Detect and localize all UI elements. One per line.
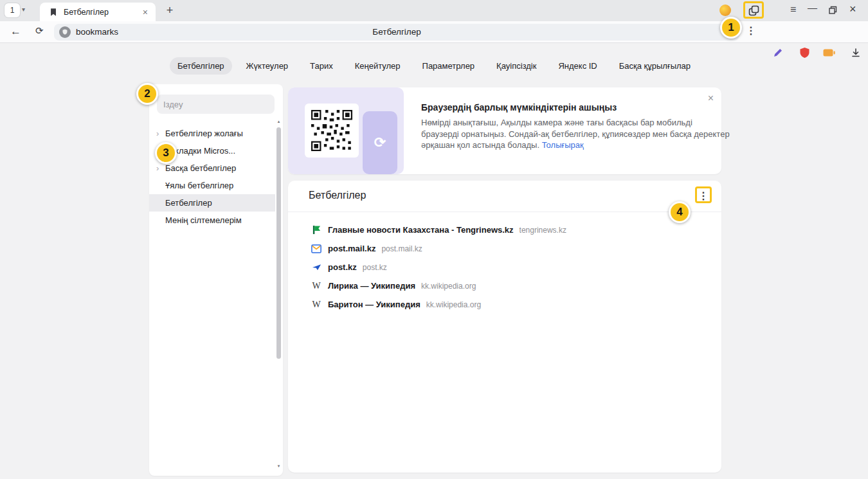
bookmarks-tree: › Бетбелгілер жолағы › Закладки Micros..… xyxy=(149,125,275,229)
wikipedia-favicon: W xyxy=(311,281,321,291)
scroll-up-icon[interactable]: ▲ xyxy=(276,120,282,123)
annotation-highlight-box-1 xyxy=(743,1,764,19)
bookmark-title: post.kz xyxy=(328,262,357,272)
bookmark-url: kk.wikipedia.org xyxy=(426,300,481,309)
tree-item-label: Басқа бетбелгілер xyxy=(165,163,236,173)
nav-tab-settings[interactable]: Параметрлер xyxy=(415,57,483,75)
downloads-icon[interactable] xyxy=(851,48,861,58)
search-input[interactable] xyxy=(157,95,275,114)
tree-item-bookmarks[interactable]: Бетбелгілер xyxy=(149,194,275,212)
browser-window: 1 ▾ Бетбелгілер × + ≡ — × ← ⟳ xyxy=(0,0,868,479)
bookmark-icon xyxy=(49,8,58,17)
sync-icon: ⟳ xyxy=(374,134,386,151)
browser-menu-icon[interactable]: ≡ xyxy=(790,4,796,15)
bookmark-title: post.mail.kz xyxy=(328,244,375,253)
bookmarks-list: Главные новости Казахстана - Tengrinews.… xyxy=(288,221,721,314)
bookmark-row-tengrinews[interactable]: Главные новости Казахстана - Tengrinews.… xyxy=(288,221,721,239)
chevron-right-icon[interactable]: › xyxy=(156,125,159,142)
annotation-marker-1: 1 xyxy=(720,17,742,39)
banner-more-link[interactable]: Толығырақ xyxy=(542,140,584,150)
phone-illustration: ⟳ xyxy=(363,111,397,174)
tree-item-label: Бетбелгілер xyxy=(165,198,212,208)
battery-icon[interactable] xyxy=(823,49,835,57)
bookmark-url: tengrinews.kz xyxy=(520,226,566,235)
qr-code xyxy=(305,104,359,158)
annotation-marker-3: 3 xyxy=(155,142,177,164)
banner-body: Нөмірді анықтағыш, Ақылды камера және та… xyxy=(421,117,730,151)
toolbar-more-icon[interactable]: ⋮ xyxy=(746,24,756,37)
banner-title: Браузердің барлық мүмкіндіктерін ашыңыз xyxy=(421,102,617,113)
refresh-icon[interactable]: ⟳ xyxy=(35,25,44,37)
nav-tab-downloads[interactable]: Жүктеулер xyxy=(239,57,296,75)
tab-bar: 1 ▾ Бетбелгілер × + ≡ — × xyxy=(0,0,868,21)
wikipedia-favicon: W xyxy=(311,300,321,310)
back-icon[interactable]: ← xyxy=(10,25,21,38)
bookmark-title: Главные новости Казахстана - Tengrinews.… xyxy=(328,225,514,235)
bookmarks-panel: Бетбелгілер ⋮ Главные новости Казахстана… xyxy=(288,181,721,473)
close-window-icon[interactable]: × xyxy=(849,3,856,16)
minimize-window-icon[interactable]: — xyxy=(808,2,817,13)
mobile-promo-banner: ⟳ × Браузердің барлық мүмкіндіктерін ашы… xyxy=(288,87,721,174)
bookmark-row-lirika[interactable]: W Лирика — Уикипедия kk.wikipedia.org xyxy=(288,276,721,295)
tab-close-icon[interactable]: × xyxy=(141,7,149,17)
tab-counter-button[interactable]: 1 xyxy=(5,3,20,17)
bookmark-row-post-kz[interactable]: post.kz post.kz xyxy=(288,258,721,276)
bookmark-title: Лирика — Уикипедия xyxy=(328,281,415,291)
alice-icon[interactable] xyxy=(719,5,731,16)
bookmarks-panel-title: Бетбелгілер xyxy=(309,190,366,201)
nav-tab-other-devices[interactable]: Басқа құрылғылар xyxy=(611,57,698,75)
scroll-down-icon[interactable]: ▼ xyxy=(276,464,282,468)
address-bar[interactable]: bookmarks Бетбелгілер xyxy=(54,24,739,41)
promo-illustration: ⟳ xyxy=(288,87,404,174)
banner-close-icon[interactable]: × xyxy=(708,93,714,104)
tree-item-bookmarks-bar[interactable]: › Бетбелгілер жолағы xyxy=(149,125,275,142)
tree-item-my-links[interactable]: Менің сілтемелерім xyxy=(149,212,275,229)
tree-item-mobile-bookmarks[interactable]: Ұялы бетбелгілер xyxy=(149,177,275,194)
settings-nav: Бетбелгілер Жүктеулер Тарих Кеңейтулер П… xyxy=(0,57,868,75)
chevron-right-icon[interactable]: › xyxy=(156,159,159,177)
annotation-marker-2: 2 xyxy=(136,83,158,105)
bookmark-row-post-mail[interactable]: post.mail.kz post.mail.kz xyxy=(288,239,721,258)
nav-tab-bookmarks[interactable]: Бетбелгілер xyxy=(170,57,232,75)
postkz-favicon xyxy=(311,262,321,273)
tengrinews-favicon xyxy=(311,225,321,235)
tree-item-label: Менің сілтемелерім xyxy=(165,215,242,225)
bookmark-row-bariton[interactable]: W Баритон — Уикипедия kk.wikipedia.org xyxy=(288,295,721,314)
scrollbar-thumb[interactable] xyxy=(276,127,281,359)
annotation-marker-4: 4 xyxy=(669,201,691,223)
page-title: Бетбелгілер xyxy=(54,24,739,41)
nav-tab-security[interactable]: Қауіпсіздік xyxy=(489,57,544,75)
sidebar-scrollbar[interactable]: ▲ ▼ xyxy=(276,120,282,468)
nav-tab-extensions[interactable]: Кеңейтулер xyxy=(347,57,408,75)
annotation-highlight-box-4 xyxy=(695,186,712,203)
bookmarks-panel-header: Бетбелгілер ⋮ xyxy=(288,181,721,212)
chevron-down-icon[interactable]: ▾ xyxy=(22,6,25,13)
tree-item-label: Бетбелгілер жолағы xyxy=(165,129,243,138)
new-tab-button[interactable]: + xyxy=(162,3,177,19)
mail-favicon xyxy=(311,244,321,254)
bookmark-title: Баритон — Уикипедия xyxy=(328,300,420,309)
bookmark-url: post.kz xyxy=(363,263,387,272)
tab-title: Бетбелгілер xyxy=(64,8,141,17)
bookmark-url: kk.wikipedia.org xyxy=(421,282,476,291)
browser-tab-bookmarks[interactable]: Бетбелгілер × xyxy=(40,3,156,21)
tree-item-label: Ұялы бетбелгілер xyxy=(165,181,233,190)
nav-tab-history[interactable]: Тарих xyxy=(302,57,341,75)
bookmark-url: post.mail.kz xyxy=(381,244,422,253)
restore-window-icon[interactable] xyxy=(828,6,837,15)
nav-tab-yandex-id[interactable]: Яндекс ID xyxy=(550,57,604,75)
